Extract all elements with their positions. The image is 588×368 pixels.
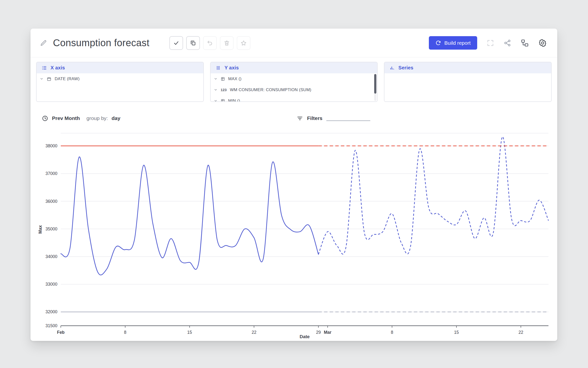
svg-text:22: 22: [252, 330, 256, 335]
settings-gear-icon[interactable]: [538, 39, 547, 47]
svg-text:33000: 33000: [45, 282, 57, 287]
page-title: Consumption forecast: [53, 37, 149, 48]
svg-text:34000: 34000: [45, 254, 57, 259]
svg-text:15: 15: [454, 330, 459, 335]
filters-input-underline[interactable]: [326, 115, 370, 121]
apply-button[interactable]: [169, 36, 183, 50]
calendar-icon: [47, 76, 52, 81]
x-axis-panel: X axis DATE (RAW): [36, 62, 204, 102]
svg-text:29: 29: [316, 330, 321, 335]
header-right-tools: Build report: [429, 36, 547, 50]
y-axis-panel-label: Y axis: [225, 65, 239, 71]
svg-text:Mar: Mar: [324, 330, 331, 335]
undo-button[interactable]: [203, 36, 217, 50]
series-panel-body: [384, 73, 551, 102]
toolbar: [169, 36, 250, 50]
y-axis-field-label: MAX (): [228, 76, 242, 81]
chevron-down-icon[interactable]: [214, 77, 217, 81]
clock-icon: [42, 115, 48, 122]
chevron-down-icon[interactable]: [214, 99, 217, 102]
y-axis-field-min[interactable]: MIN (): [211, 95, 377, 102]
svg-text:8: 8: [391, 330, 393, 335]
svg-text:15: 15: [187, 330, 192, 335]
fullscreen-icon[interactable]: [486, 39, 494, 47]
svg-text:31500: 31500: [45, 323, 57, 328]
y-axis-field-label: MIN (): [228, 98, 240, 102]
forecast-line-chart[interactable]: 3800037000360003500034000330003200031500…: [36, 126, 551, 341]
x-axis-field-date[interactable]: DATE (RAW): [37, 73, 203, 84]
period-selector[interactable]: Prev Month: [52, 115, 80, 121]
chevron-down-icon[interactable]: [214, 88, 217, 92]
series-panel-label: Series: [398, 65, 413, 71]
series-panel-header: Series: [384, 62, 551, 73]
list-icon: [41, 65, 47, 71]
x-axis-panel-body: DATE (RAW): [37, 73, 203, 102]
share-icon[interactable]: [504, 39, 511, 47]
svg-text:22: 22: [518, 330, 523, 335]
group-by-label: group by:: [86, 115, 108, 121]
chevron-down-icon[interactable]: [40, 77, 43, 81]
trash-icon: [224, 40, 230, 46]
x-axis-panel-label: X axis: [51, 65, 65, 71]
header: Consumption forecast: [31, 29, 557, 57]
svg-text:Date: Date: [299, 334, 309, 339]
svg-text:37000: 37000: [45, 171, 57, 176]
build-report-button[interactable]: Build report: [429, 36, 477, 50]
bar-chart-icon: [389, 65, 395, 71]
axis-config-row: X axis DATE (RAW) Y axis: [31, 62, 557, 102]
edit-title-icon[interactable]: [40, 39, 47, 47]
copy-icon: [190, 40, 196, 46]
check-icon: [173, 40, 179, 46]
y-axis-scrollbar[interactable]: [374, 74, 376, 101]
delete-button[interactable]: [220, 36, 234, 50]
filters-icon: [297, 115, 303, 122]
y-axis-panel-body: MAX () 123 WM CONSUMER: CONSUMPTION (SUM…: [211, 73, 377, 102]
y-axis-panel: Y axis MAX () 123 WM CON: [210, 62, 378, 102]
chart-area: 3800037000360003500034000330003200031500…: [31, 126, 557, 341]
flow-diagram-icon[interactable]: [521, 39, 529, 47]
copy-button[interactable]: [186, 36, 200, 50]
svg-text:32000: 32000: [45, 309, 57, 314]
x-axis-field-label: DATE (RAW): [55, 76, 80, 81]
svg-text:36000: 36000: [45, 199, 57, 204]
y-axis-field-label: WM CONSUMER: CONSUMPTION (SUM): [230, 87, 311, 92]
columns-icon: [216, 65, 221, 71]
group-by-value[interactable]: day: [112, 115, 120, 121]
svg-text:Max: Max: [38, 225, 43, 234]
filters-button[interactable]: Filters: [307, 115, 322, 121]
undo-icon: [207, 40, 213, 46]
grid-field-icon: [221, 77, 225, 81]
chart-controls: Prev Month group by: day Filters: [31, 113, 557, 123]
y-axis-field-consumption[interactable]: 123 WM CONSUMER: CONSUMPTION (SUM): [211, 84, 377, 95]
y-axis-field-max[interactable]: MAX (): [211, 73, 377, 84]
svg-text:Feb: Feb: [57, 330, 64, 335]
numeric-type-icon: 123: [221, 88, 227, 92]
svg-text:8: 8: [124, 330, 126, 335]
y-axis-panel-header: Y axis: [211, 62, 377, 73]
series-panel: Series: [384, 62, 552, 102]
y-axis-scrollbar-thumb[interactable]: [374, 74, 376, 94]
star-icon: [240, 40, 247, 46]
x-axis-panel-header: X axis: [37, 62, 203, 73]
build-report-label: Build report: [444, 40, 471, 46]
svg-text:38000: 38000: [45, 143, 57, 148]
grid-field-icon: [221, 99, 225, 102]
consumption-forecast-window: Consumption forecast: [31, 29, 557, 341]
refresh-icon: [435, 40, 441, 46]
svg-text:35000: 35000: [45, 227, 57, 231]
favorite-button[interactable]: [237, 36, 250, 50]
